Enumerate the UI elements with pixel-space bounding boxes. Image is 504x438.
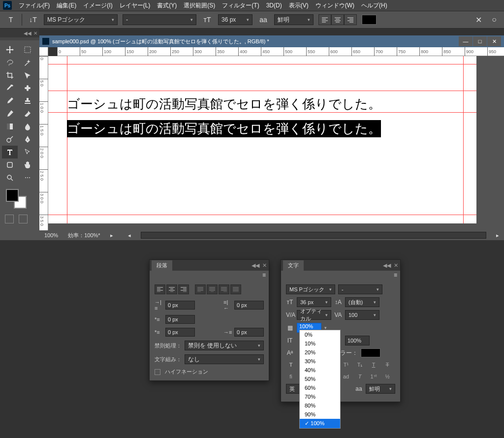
indent-right-input[interactable] xyxy=(234,301,264,310)
minimize-button[interactable]: — xyxy=(459,36,472,46)
blur-tool[interactable] xyxy=(20,120,35,133)
font-family-dropdown[interactable]: MS Pゴシック▾ xyxy=(44,14,118,25)
scale-option[interactable]: 80% xyxy=(300,401,340,410)
scale-option[interactable]: 0% xyxy=(300,330,340,339)
close-icon[interactable]: ✕ xyxy=(33,31,37,36)
menu-type[interactable]: 書式(Y) xyxy=(157,1,177,10)
para-justify-all[interactable] xyxy=(230,284,241,294)
brush-tool[interactable] xyxy=(2,94,18,107)
hyphenation-checkbox[interactable] xyxy=(155,369,160,375)
slice-tool[interactable] xyxy=(20,69,35,82)
more-tools[interactable]: ⋯ xyxy=(20,171,35,184)
scale-option[interactable]: 30% xyxy=(300,357,340,366)
scale-option[interactable]: 70% xyxy=(300,392,340,401)
menu-window[interactable]: ウィンドウ(W) xyxy=(315,1,354,10)
scale-option[interactable]: 50% xyxy=(300,375,340,383)
gradient-tool[interactable] xyxy=(2,120,18,133)
scale-option[interactable]: 10% xyxy=(300,339,340,348)
para-align-right[interactable] xyxy=(178,284,189,294)
color-swatches[interactable] xyxy=(0,187,39,212)
paragraph-tab[interactable]: 段落 xyxy=(152,260,172,271)
font-weight-dropdown[interactable]: -▾ xyxy=(123,14,196,25)
menu-help[interactable]: ヘルプ(H) xyxy=(361,1,387,10)
shape-tool[interactable] xyxy=(2,158,18,171)
pen-tool[interactable] xyxy=(20,133,35,146)
antialias-dropdown[interactable]: 鮮明▾ xyxy=(274,14,314,25)
align-right-button[interactable] xyxy=(344,14,357,25)
zoom-level[interactable]: 100% xyxy=(44,232,58,238)
indent-first-input[interactable] xyxy=(165,315,195,324)
quickmask-icon[interactable] xyxy=(5,215,14,223)
text-line-2-selected[interactable]: ゴーシュは町の活動写真館でセロを弾く係りでした。 xyxy=(67,120,381,137)
panel-close-icon[interactable]: ✕ xyxy=(394,262,398,269)
subscript-button[interactable]: T₁ xyxy=(355,360,365,369)
char-aa-dropdown[interactable]: 鮮明▾ xyxy=(366,384,395,394)
align-center-button[interactable] xyxy=(331,14,344,25)
foreground-color[interactable] xyxy=(6,189,19,202)
para-justify-center[interactable] xyxy=(207,284,218,294)
horizontal-scrollbar[interactable] xyxy=(141,232,486,239)
stamp-tool[interactable] xyxy=(20,94,35,107)
fi-button[interactable]: fi xyxy=(286,372,296,381)
scale-option[interactable]: 100% xyxy=(300,419,340,428)
char-color-swatch[interactable] xyxy=(361,348,380,357)
panel-menu-icon[interactable]: ≡ xyxy=(394,272,397,279)
scale-option[interactable]: 90% xyxy=(300,410,340,419)
para-justify-left[interactable] xyxy=(195,284,206,294)
text-line-1[interactable]: ゴーシュは町の活動写真館でセロを弾く係りでした。 xyxy=(67,95,381,113)
kinsoku-dropdown[interactable]: 禁則を 使用しない▾ xyxy=(185,341,264,350)
char-leading-dropdown[interactable]: (自動)▾ xyxy=(345,297,379,307)
screenmode-icon[interactable] xyxy=(19,215,28,223)
crop-tool[interactable] xyxy=(2,69,18,82)
menu-select[interactable]: 選択範囲(S) xyxy=(184,1,215,10)
fraction-button[interactable]: ½ xyxy=(382,372,392,381)
space-after-input[interactable] xyxy=(234,328,264,337)
character-tab[interactable]: 文字 xyxy=(283,260,304,271)
menu-file[interactable]: ファイル(F) xyxy=(19,1,50,10)
bold-button[interactable]: T xyxy=(286,360,296,369)
eraser-tool[interactable] xyxy=(20,107,35,120)
heal-tool[interactable] xyxy=(20,82,35,94)
text-color-swatch[interactable] xyxy=(362,15,377,25)
menu-image[interactable]: イメージ(I) xyxy=(83,1,112,10)
font-size-dropdown[interactable]: 36 px▾ xyxy=(218,14,252,25)
menu-filter[interactable]: フィルター(T) xyxy=(222,1,259,10)
char-weight-dropdown[interactable]: -▾ xyxy=(338,284,382,294)
para-align-center[interactable] xyxy=(166,284,177,294)
dodge-tool[interactable] xyxy=(2,133,18,146)
first-button[interactable]: 1ˢᵗ xyxy=(369,372,378,381)
canvas[interactable]: ゴーシュは町の活動写真館でセロを弾く係りでした。 ゴーシュは町の活動写真館でセロ… xyxy=(48,56,476,223)
char-kerning-dropdown[interactable]: オプティカル▾ xyxy=(297,310,331,320)
menu-edit[interactable]: 編集(E) xyxy=(57,1,76,10)
vertical-ruler[interactable]: 05 01 0 01 5 02 0 02 5 03 0 03 5 0 xyxy=(39,56,48,230)
mojikumi-dropdown[interactable]: なし▾ xyxy=(185,354,264,364)
move-tool[interactable] xyxy=(2,43,18,56)
lasso-tool[interactable] xyxy=(2,56,18,69)
char-font-dropdown[interactable]: MS Pゴシック▾ xyxy=(286,284,335,294)
maximize-button[interactable]: □ xyxy=(473,36,487,46)
type-tool[interactable] xyxy=(2,146,18,158)
scale-dropdown-list[interactable]: 0%10%20%30%40%50%60%70%80%90%100% xyxy=(299,330,341,429)
panel-close-icon[interactable]: ✕ xyxy=(262,262,267,269)
char-size-dropdown[interactable]: 36 px▾ xyxy=(297,297,331,307)
menu-view[interactable]: 表示(V) xyxy=(289,1,309,10)
para-justify-right[interactable] xyxy=(219,284,229,294)
zoom-tool[interactable] xyxy=(2,171,18,184)
menu-layer[interactable]: レイヤー(L) xyxy=(120,1,151,10)
space-before-input[interactable] xyxy=(165,328,195,337)
scale-option[interactable]: 60% xyxy=(300,383,340,392)
hand-tool[interactable] xyxy=(20,158,35,171)
path-select-tool[interactable] xyxy=(20,146,35,158)
para-align-left[interactable] xyxy=(155,284,165,294)
cancel-button[interactable]: ✕ xyxy=(473,15,483,25)
wand-tool[interactable] xyxy=(20,56,35,69)
scale-option[interactable]: 40% xyxy=(300,366,340,375)
strikethrough-button[interactable]: T xyxy=(382,360,392,369)
history-brush-tool[interactable] xyxy=(2,107,18,120)
superscript-button[interactable]: T¹ xyxy=(341,360,351,369)
char-baseline-input[interactable] xyxy=(345,336,370,345)
scale-option[interactable]: 20% xyxy=(300,348,340,357)
panel-menu-icon[interactable]: ≡ xyxy=(262,272,266,279)
indent-left-input[interactable] xyxy=(165,301,195,310)
marquee-tool[interactable] xyxy=(20,43,35,56)
